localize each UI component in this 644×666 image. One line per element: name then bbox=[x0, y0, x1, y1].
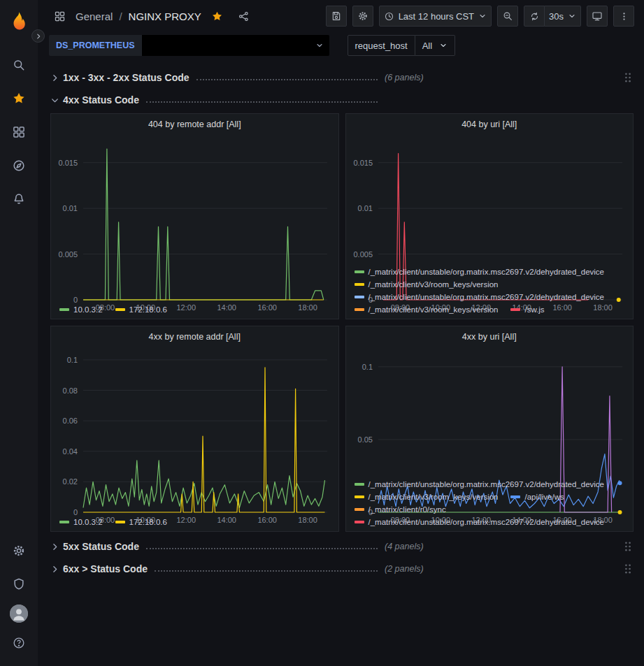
legend-item[interactable]: 10.0.3.2 bbox=[59, 518, 103, 526]
legend-label: /_matrix/client/v3/room_keys/version bbox=[368, 280, 499, 289]
row-dotted-leader bbox=[155, 570, 378, 572]
legend-item[interactable]: /_matrix/client/unstable/org.matrix.msc2… bbox=[355, 293, 605, 301]
sidebar-item-alerting[interactable] bbox=[5, 186, 33, 212]
legend-item[interactable]: /sw.js bbox=[510, 305, 544, 314]
svg-text:0.05: 0.05 bbox=[357, 435, 372, 444]
row-1xx-3xx-2xx-status-code[interactable]: 1xx - 3xx - 2xx Status Code (6 panels) bbox=[50, 68, 634, 87]
drag-handle-icon[interactable] bbox=[622, 539, 634, 554]
legend-item[interactable]: /_matrix/client/v3/room_keys/version bbox=[355, 493, 499, 501]
svg-text:0.1: 0.1 bbox=[67, 356, 78, 364]
sidebar-item-starred[interactable] bbox=[5, 85, 33, 112]
request-host-variable-select[interactable]: All bbox=[415, 35, 455, 56]
panel-title[interactable]: 4xx by uri [All] bbox=[346, 326, 634, 347]
legend-item[interactable]: /_matrix/client/r0/sync bbox=[355, 505, 446, 514]
sidebar-bottom-group bbox=[5, 537, 33, 656]
dashboard-title[interactable]: NGINX PROXY bbox=[129, 10, 201, 22]
legend-label: 172.18.0.6 bbox=[129, 518, 167, 526]
legend-item[interactable]: /_matrix/client/unstable/org.matrix.msc2… bbox=[355, 268, 605, 276]
panel-title[interactable]: 404 by remote addr [All] bbox=[51, 114, 338, 134]
legend-item[interactable]: 172.18.0.6 bbox=[115, 305, 167, 314]
legend-item[interactable]: /_matrix/client/unstable/org.matrix.msc2… bbox=[355, 518, 605, 526]
variable-request-host: request_host All bbox=[348, 35, 456, 56]
more-options-button[interactable] bbox=[613, 6, 634, 27]
breadcrumb-folder[interactable]: General bbox=[76, 10, 113, 22]
panel-title[interactable]: 4xx by remote addr [All] bbox=[51, 326, 338, 347]
avatar[interactable] bbox=[10, 605, 28, 623]
sidebar-item-dashboards[interactable] bbox=[5, 119, 33, 145]
legend-item[interactable]: /_matrix/client/unstable/org.matrix.msc2… bbox=[355, 480, 605, 488]
sidebar-item-help[interactable] bbox=[5, 630, 33, 656]
drag-handle-icon[interactable] bbox=[622, 561, 634, 577]
datasource-variable-select[interactable] bbox=[142, 35, 329, 56]
legend-swatch bbox=[355, 308, 364, 311]
refresh-interval-label: 30s bbox=[549, 11, 564, 22]
row-left: 4xx Status Code bbox=[50, 94, 385, 106]
panel-title[interactable]: 404 by uri [All] bbox=[346, 114, 634, 134]
row-4xx-status-code[interactable]: 4xx Status Code bbox=[50, 91, 634, 109]
gear-icon bbox=[357, 10, 368, 22]
row-left: 1xx - 3xx - 2xx Status Code bbox=[50, 72, 385, 83]
svg-text:0.01: 0.01 bbox=[357, 204, 372, 212]
sidebar-item-configuration[interactable] bbox=[5, 537, 33, 564]
expand-sidebar-button[interactable] bbox=[31, 29, 45, 43]
legend-item[interactable]: 172.18.0.6 bbox=[115, 518, 167, 526]
legend-label: /sw.js bbox=[524, 305, 544, 314]
legend-swatch bbox=[355, 283, 364, 286]
panel-legend: 10.0.3.2172.18.0.6 bbox=[51, 305, 338, 319]
tv-mode-button[interactable] bbox=[587, 6, 608, 27]
refresh-button[interactable] bbox=[524, 6, 545, 27]
drag-handle-icon[interactable] bbox=[622, 70, 634, 85]
legend-label: /_matrix/client/unstable/org.matrix.msc2… bbox=[368, 293, 605, 301]
grafana-logo[interactable] bbox=[5, 7, 33, 35]
sidebar bbox=[0, 0, 38, 666]
legend-swatch bbox=[355, 508, 364, 511]
legend-item[interactable]: /api/live/ws bbox=[510, 493, 564, 501]
legend-swatch bbox=[355, 270, 364, 273]
dashboard-body: 1xx - 3xx - 2xx Status Code (6 panels) 4… bbox=[38, 63, 644, 666]
bell-icon bbox=[12, 192, 26, 206]
row-5xx-status-code[interactable]: 5xx Status Code (4 panels) bbox=[50, 537, 634, 556]
row-panel-count: (4 panels) bbox=[385, 542, 424, 551]
chevron-right-icon bbox=[50, 73, 59, 82]
main-area: General / NGINX PROXY bbox=[38, 0, 644, 666]
apps-icon bbox=[54, 10, 66, 22]
dashboards-icon bbox=[12, 125, 26, 139]
legend-label: 10.0.3.2 bbox=[73, 305, 103, 314]
dashboard-settings-button[interactable] bbox=[352, 6, 373, 27]
legend-swatch bbox=[355, 495, 364, 498]
breadcrumb: General / NGINX PROXY bbox=[49, 6, 255, 27]
request-host-variable-label: request_host bbox=[348, 35, 415, 56]
legend-label: /_matrix/client/v3/room_keys/version bbox=[368, 493, 499, 501]
toolbar-actions: Last 12 hours CST 30s bbox=[326, 6, 634, 27]
timeseries-chart: 00.050.108:0010:0012:0014:0016:0018:00 bbox=[346, 347, 634, 479]
svg-text:0.08: 0.08 bbox=[63, 386, 78, 395]
chevron-down-icon bbox=[50, 96, 59, 105]
save-dashboard-button[interactable] bbox=[326, 6, 347, 27]
row-title: 5xx Status Code bbox=[63, 541, 139, 552]
legend-swatch bbox=[355, 521, 364, 523]
variable-datasource: DS_PROMETHEUS bbox=[49, 35, 329, 56]
time-range-picker[interactable]: Last 12 hours CST bbox=[379, 6, 492, 27]
legend-item[interactable]: /_matrix/client/v3/room_keys/version bbox=[355, 280, 499, 289]
apps-grid-button[interactable] bbox=[49, 6, 71, 27]
zoom-out-button[interactable] bbox=[497, 6, 518, 27]
row-dotted-leader bbox=[146, 101, 378, 103]
sidebar-item-explore[interactable] bbox=[5, 152, 33, 179]
row-6xx-status-code[interactable]: 6xx > Status Code (2 panels) bbox=[50, 560, 634, 578]
refresh-button-group: 30s bbox=[524, 6, 581, 27]
sidebar-item-search[interactable] bbox=[5, 52, 33, 78]
svg-text:0.02: 0.02 bbox=[63, 477, 78, 486]
clock-icon bbox=[384, 11, 394, 22]
legend-item[interactable]: 10.0.3.2 bbox=[59, 305, 103, 314]
refresh-interval-select[interactable]: 30s bbox=[545, 6, 581, 27]
zoom-out-icon bbox=[502, 10, 513, 22]
legend-label: /_matrix/client/unstable/org.matrix.msc2… bbox=[368, 268, 605, 276]
share-dashboard-button[interactable] bbox=[233, 6, 255, 27]
star-icon bbox=[12, 92, 26, 106]
row-left: 5xx Status Code bbox=[50, 541, 385, 552]
favorite-star-button[interactable] bbox=[206, 6, 228, 27]
sidebar-item-server-admin[interactable] bbox=[5, 571, 33, 598]
timeseries-chart: 00.0050.010.01508:0010:0012:0014:0016:00… bbox=[346, 134, 634, 267]
legend-swatch bbox=[59, 521, 69, 523]
legend-item[interactable]: /_matrix/client/v3/room_keys/version bbox=[355, 305, 499, 314]
